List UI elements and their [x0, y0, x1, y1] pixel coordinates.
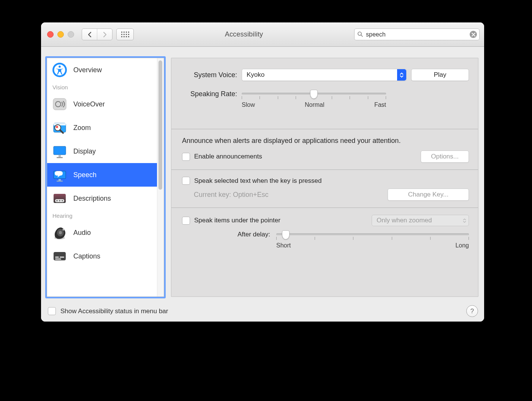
descriptions-icon	[52, 190, 68, 206]
sidebar-item-speech[interactable]: Speech	[47, 163, 157, 187]
sidebar-item-voiceover[interactable]: VoiceOver	[47, 92, 157, 116]
sidebar-header-vision: Vision	[47, 82, 157, 92]
sidebar-item-label: Audio	[73, 229, 91, 237]
select-arrows-icon	[463, 219, 466, 223]
svg-rect-32	[55, 258, 61, 260]
sidebar-item-label: Speech	[73, 171, 97, 179]
speaking-rate-label: Speaking Rate:	[182, 89, 237, 98]
rate-mark-fast: Fast	[374, 101, 386, 108]
svg-rect-14	[59, 155, 61, 157]
sidebar-item-label: Zoom	[73, 124, 91, 132]
forward-button[interactable]	[97, 29, 112, 40]
search-icon	[357, 31, 363, 37]
sidebar-item-captions[interactable]: Captions	[47, 244, 157, 268]
sidebar-item-label: Overview	[73, 66, 102, 74]
svg-point-27	[59, 231, 62, 235]
speak-selected-checkbox[interactable]	[182, 177, 190, 185]
sidebar-scrollbar[interactable]	[157, 58, 164, 296]
divider	[171, 170, 478, 170]
enable-announcements-label: Enable announcements	[194, 153, 262, 160]
system-voice-value: Kyoko	[247, 71, 264, 79]
voiceover-icon	[52, 96, 68, 112]
sidebar-item-label: Descriptions	[73, 195, 111, 203]
svg-rect-18	[57, 181, 63, 182]
svg-rect-17	[59, 179, 61, 181]
announcement-options-button[interactable]: Options...	[421, 151, 469, 163]
after-delay-label: After delay:	[182, 230, 270, 238]
audio-icon	[52, 225, 68, 241]
change-key-button[interactable]: Change Key...	[388, 189, 469, 201]
clear-search-button[interactable]	[470, 31, 477, 38]
slider-knob[interactable]	[282, 230, 290, 239]
search-field[interactable]	[354, 29, 480, 40]
preferences-window: Accessibility Overview	[41, 22, 484, 322]
help-button[interactable]: ?	[466, 305, 478, 317]
svg-point-7	[56, 101, 57, 102]
enable-announcements-checkbox[interactable]	[182, 153, 190, 161]
divider	[171, 208, 478, 208]
system-voice-select[interactable]: Kyoko	[242, 69, 407, 81]
select-arrows-icon	[397, 69, 406, 81]
back-button[interactable]	[82, 29, 97, 40]
show-status-menubar-label: Show Accessibility status in menu bar	[60, 307, 168, 315]
sidebar-item-zoom[interactable]: Zoom	[47, 116, 157, 139]
svg-point-23	[59, 200, 60, 201]
after-delay-slider[interactable]: Short Long	[276, 230, 469, 245]
window-controls	[47, 31, 74, 38]
current-key-label: Current key: Option+Esc	[182, 191, 269, 199]
zoom-icon	[68, 31, 74, 38]
nav-back-forward	[82, 29, 112, 40]
settings-pane: System Voice: Kyoko Play Speaking Rate:	[171, 58, 478, 297]
sidebar-item-descriptions[interactable]: Descriptions	[47, 187, 157, 210]
speak-pointer-checkbox[interactable]	[182, 217, 190, 225]
show-status-menubar-checkbox[interactable]	[48, 307, 56, 315]
svg-rect-30	[55, 257, 59, 258]
svg-point-28	[63, 229, 65, 231]
close-icon[interactable]	[47, 31, 54, 38]
delay-mark-short: Short	[276, 242, 291, 249]
show-all-button[interactable]	[116, 29, 134, 40]
accessibility-icon	[52, 62, 68, 78]
display-icon	[52, 143, 68, 159]
sidebar-item-label: Captions	[73, 252, 100, 260]
speak-pointer-label: Speak items under the pointer	[194, 217, 280, 224]
rate-mark-normal: Normal	[305, 101, 325, 108]
svg-point-22	[56, 200, 58, 201]
play-button[interactable]: Play	[411, 69, 469, 81]
search-input[interactable]	[365, 31, 468, 38]
zoom-icon	[52, 120, 68, 136]
speak-pointer-mode-select[interactable]: Only when zoomed	[372, 215, 469, 226]
sidebar-item-display[interactable]: Display	[47, 139, 157, 163]
delay-mark-long: Long	[455, 242, 469, 249]
svg-point-4	[59, 66, 61, 68]
svg-rect-31	[60, 257, 64, 258]
rate-mark-slow: Slow	[242, 101, 255, 108]
sidebar-item-label: VoiceOver	[73, 100, 105, 108]
minimize-icon[interactable]	[57, 31, 64, 38]
svg-point-11	[56, 126, 58, 128]
scrollbar-thumb[interactable]	[158, 60, 162, 190]
sidebar-list[interactable]: Overview Vision VoiceOver Zoom	[47, 58, 157, 296]
svg-line-1	[361, 35, 363, 36]
announce-description: Announce when alerts are displayed or ap…	[182, 136, 410, 145]
sidebar-item-label: Display	[73, 147, 96, 155]
svg-point-24	[62, 200, 63, 201]
window-body: Overview Vision VoiceOver Zoom	[41, 47, 484, 301]
sidebar-item-overview[interactable]: Overview	[47, 58, 157, 82]
captions-icon	[52, 248, 68, 264]
window-footer: Show Accessibility status in menu bar ?	[41, 301, 484, 322]
system-voice-label: System Voice:	[182, 71, 237, 79]
slider-knob[interactable]	[310, 90, 318, 99]
svg-rect-15	[57, 157, 63, 158]
window-title: Accessibility	[138, 30, 350, 38]
speak-selected-label: Speak selected text when the key is pres…	[194, 177, 321, 185]
speaking-rate-slider[interactable]: Slow Normal Fast	[242, 89, 386, 105]
speech-icon	[52, 167, 68, 183]
speak-pointer-mode-value: Only when zoomed	[377, 217, 432, 224]
svg-rect-13	[54, 146, 66, 155]
sidebar-header-hearing: Hearing	[47, 210, 157, 221]
sidebar-item-audio[interactable]: Audio	[47, 221, 157, 244]
category-sidebar: Overview Vision VoiceOver Zoom	[47, 58, 164, 297]
window-toolbar: Accessibility	[41, 22, 484, 47]
divider	[171, 129, 478, 129]
